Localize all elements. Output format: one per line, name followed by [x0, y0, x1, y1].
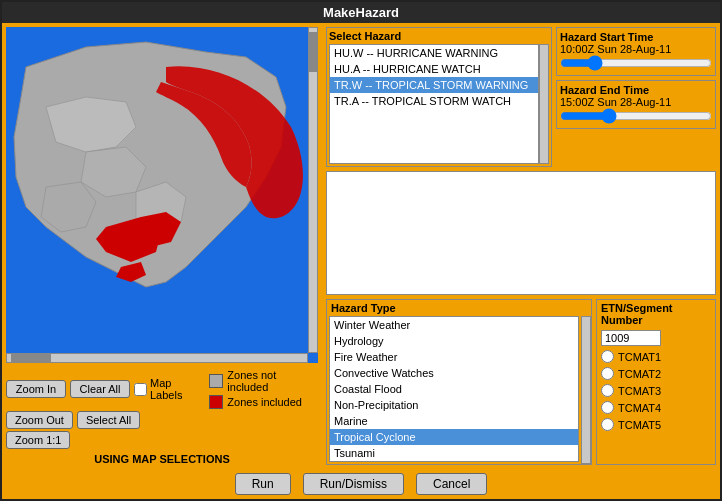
- legend-included-label: Zones included: [227, 396, 302, 408]
- etn-radio-tcmat5-row: TCMAT5: [601, 418, 711, 431]
- map-bottom-label: USING MAP SELECTIONS: [6, 451, 318, 467]
- hazard-item-tr-a[interactable]: TR.A -- TROPICAL STORM WATCH: [330, 93, 538, 109]
- hazard-select-label: Select Hazard: [329, 30, 549, 42]
- map-buttons-row2: Zoom Out Select All: [6, 411, 318, 429]
- map-panel: Zoom In Clear All Map Labels Zones not i…: [2, 23, 322, 469]
- etn-radio-tcmat5[interactable]: [601, 418, 614, 431]
- legend-included-box: [209, 395, 223, 409]
- hazard-type-group: Hazard Type Winter Weather Hydrology Fir…: [326, 299, 592, 465]
- bottom-row: Hazard Type Winter Weather Hydrology Fir…: [326, 299, 716, 465]
- etn-radio-tcmat2-row: TCMAT2: [601, 367, 711, 380]
- select-all-button[interactable]: Select All: [77, 411, 140, 429]
- hazard-type-label: Hazard Type: [327, 300, 591, 316]
- run-button[interactable]: Run: [235, 473, 291, 495]
- legend-not-included: Zones not included: [209, 369, 318, 393]
- map-buttons-row1: Zoom In Clear All Map Labels Zones not i…: [6, 369, 318, 409]
- make-hazard-window: MakeHazard: [0, 0, 722, 501]
- etn-radio-tcmat3-label: TCMAT3: [618, 385, 661, 397]
- etn-input[interactable]: [601, 330, 661, 346]
- etn-radio-tcmat4-row: TCMAT4: [601, 401, 711, 414]
- hazard-start-slider[interactable]: [560, 57, 712, 69]
- hazard-item-hu-w[interactable]: HU.W -- HURRICANE WARNING: [330, 45, 538, 61]
- legend-included: Zones included: [209, 395, 318, 409]
- etn-radio-tcmat4-label: TCMAT4: [618, 402, 661, 414]
- etn-radio-tcmat2[interactable]: [601, 367, 614, 380]
- cancel-button[interactable]: Cancel: [416, 473, 487, 495]
- top-right-row: Select Hazard HU.W -- HURRICANE WARNING …: [326, 27, 716, 167]
- zoom-in-button[interactable]: Zoom In: [6, 380, 66, 398]
- run-dismiss-button[interactable]: Run/Dismiss: [303, 473, 404, 495]
- map-legend: Zones not included Zones included: [209, 369, 318, 409]
- clear-all-button[interactable]: Clear All: [70, 380, 130, 398]
- hazard-start-box: Hazard Start Time 10:00Z Sun 28-Aug-11: [556, 27, 716, 76]
- zoom-1-1-button[interactable]: Zoom 1:1: [6, 431, 70, 449]
- hazard-list-wrapper: HU.W -- HURRICANE WARNING HU.A -- HURRIC…: [329, 44, 549, 164]
- etn-group: ETN/Segment Number TCMAT1 TCMAT2 TCMAT3: [596, 299, 716, 465]
- time-container: Hazard Start Time 10:00Z Sun 28-Aug-11 H…: [556, 27, 716, 167]
- zoom-out-button[interactable]: Zoom Out: [6, 411, 73, 429]
- etn-radio-tcmat2-label: TCMAT2: [618, 368, 661, 380]
- hazard-detail-area: [326, 171, 716, 295]
- hazard-list[interactable]: HU.W -- HURRICANE WARNING HU.A -- HURRIC…: [329, 44, 539, 164]
- map-svg: [6, 27, 318, 337]
- type-item-winter[interactable]: Winter Weather: [330, 317, 578, 333]
- hazard-end-box: Hazard End Time 15:00Z Sun 28-Aug-11: [556, 80, 716, 129]
- hazard-end-value: 15:00Z Sun 28-Aug-11: [560, 96, 712, 108]
- hazard-item-tr-w[interactable]: TR.W -- TROPICAL STORM WARNING: [330, 77, 538, 93]
- legend-not-included-label: Zones not included: [227, 369, 318, 393]
- type-item-convective[interactable]: Convective Watches: [330, 365, 578, 381]
- type-item-coastal[interactable]: Coastal Flood: [330, 381, 578, 397]
- window-title: MakeHazard: [323, 5, 399, 20]
- etn-radio-tcmat4[interactable]: [601, 401, 614, 414]
- etn-radio-tcmat3-row: TCMAT3: [601, 384, 711, 397]
- etn-radio-tcmat5-label: TCMAT5: [618, 419, 661, 431]
- hazard-end-label: Hazard End Time: [560, 84, 712, 96]
- etn-label: ETN/Segment Number: [601, 302, 711, 326]
- right-panel: Select Hazard HU.W -- HURRICANE WARNING …: [322, 23, 720, 469]
- main-content: Zoom In Clear All Map Labels Zones not i…: [2, 23, 720, 469]
- type-item-hydro[interactable]: Hydrology: [330, 333, 578, 349]
- hazard-type-scrollbar[interactable]: [581, 316, 591, 464]
- type-item-nonprecip[interactable]: Non-Precipitation: [330, 397, 578, 413]
- map-buttons-row3: Zoom 1:1: [6, 431, 318, 449]
- etn-radio-tcmat1[interactable]: [601, 350, 614, 363]
- map-labels-label: Map Labels: [150, 377, 205, 401]
- hazard-type-list-wrapper: Winter Weather Hydrology Fire Weather Co…: [327, 316, 591, 464]
- etn-radio-tcmat3[interactable]: [601, 384, 614, 397]
- type-item-tropical[interactable]: Tropical Cyclone: [330, 429, 578, 445]
- legend-not-included-box: [209, 374, 223, 388]
- hazard-type-list[interactable]: Winter Weather Hydrology Fire Weather Co…: [329, 316, 579, 462]
- map-labels-checkbox-group: Map Labels: [134, 377, 205, 401]
- hazard-select-container: Select Hazard HU.W -- HURRICANE WARNING …: [326, 27, 552, 167]
- etn-radio-tcmat1-label: TCMAT1: [618, 351, 661, 363]
- type-item-tsunami[interactable]: Tsunami: [330, 445, 578, 461]
- etn-radio-tcmat1-row: TCMAT1: [601, 350, 711, 363]
- footer: Run Run/Dismiss Cancel: [2, 469, 720, 499]
- type-item-fire[interactable]: Fire Weather: [330, 349, 578, 365]
- map-labels-checkbox[interactable]: [134, 383, 147, 396]
- map-canvas: [6, 27, 318, 363]
- map-controls: Zoom In Clear All Map Labels Zones not i…: [2, 367, 322, 469]
- hazard-item-hu-a[interactable]: HU.A -- HURRICANE WATCH: [330, 61, 538, 77]
- hazard-list-scrollbar[interactable]: [539, 44, 549, 164]
- titlebar: MakeHazard: [2, 2, 720, 23]
- hazard-start-label: Hazard Start Time: [560, 31, 712, 43]
- hazard-end-slider[interactable]: [560, 110, 712, 122]
- hazard-start-value: 10:00Z Sun 28-Aug-11: [560, 43, 712, 55]
- type-item-marine[interactable]: Marine: [330, 413, 578, 429]
